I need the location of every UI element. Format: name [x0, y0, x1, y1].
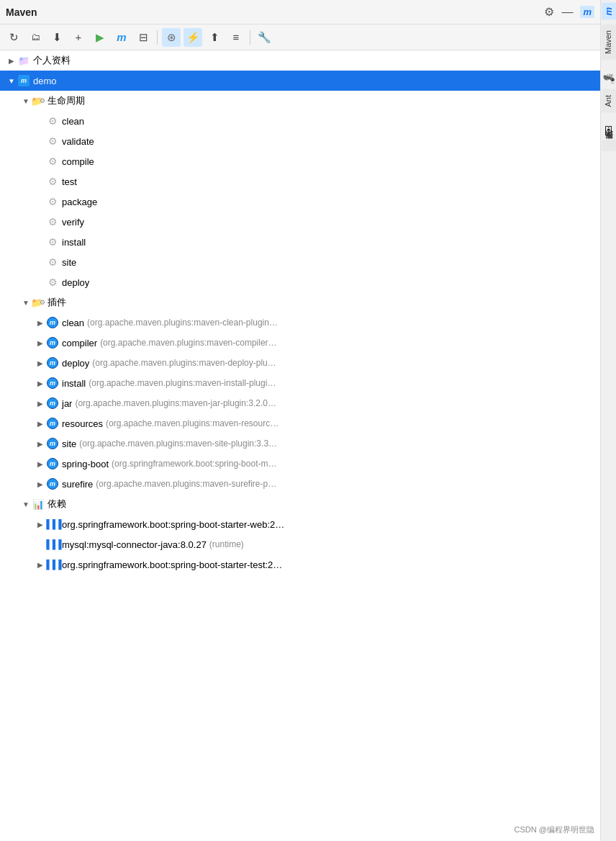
- arrow-personal[interactable]: ▶: [6, 57, 17, 65]
- tree-item-plugin-surefire[interactable]: ▶msurefire(org.apache.maven.plugins:mave…: [0, 474, 600, 494]
- title-bar-actions: ⚙ — m: [544, 5, 594, 19]
- settings-icon[interactable]: ⚙: [544, 5, 554, 19]
- skip-button[interactable]: ≡: [227, 28, 245, 47]
- tree-item-plugin-jar[interactable]: ▶mjar(org.apache.maven.plugins:maven-jar…: [0, 393, 600, 413]
- tree-item-dep-spring-web[interactable]: ▶▐▐▐org.springframework.boot:spring-boot…: [0, 514, 600, 534]
- tree-item-plugin-deploy[interactable]: ▶mdeploy(org.apache.maven.plugins:maven-…: [0, 353, 600, 373]
- tree-item-dep-mysql[interactable]: ▐▐▐mysql:mysql-connector-java:8.0.27(run…: [0, 534, 600, 554]
- desc-plugin-install: (org.apache.maven.plugins:maven-install-…: [89, 378, 276, 388]
- label-plugins-group: 插件: [47, 296, 66, 309]
- desc-plugin-site: (org.apache.maven.plugins:maven-site-plu…: [79, 439, 277, 449]
- icon-plugins-group: 📁⚙: [32, 296, 45, 309]
- arrow-plugin-deploy[interactable]: ▶: [35, 359, 46, 367]
- arrow-plugin-jar[interactable]: ▶: [35, 400, 46, 408]
- icon-deploy: ⚙: [46, 276, 59, 289]
- tree-item-deps-group[interactable]: ▼📊依赖: [0, 494, 600, 514]
- label-dep-spring-web: org.springframework.boot:spring-boot-sta…: [62, 519, 284, 530]
- maven-m-button[interactable]: m: [112, 28, 131, 47]
- tree-item-verify[interactable]: ⚙verify: [0, 212, 600, 232]
- arrow-plugin-resources[interactable]: ▶: [35, 420, 46, 428]
- maven-tree[interactable]: ▶📁个人资料▼mdemo▼📁⚙生命周期⚙clean⚙validate⚙compi…: [0, 50, 600, 841]
- tree-item-dep-spring-test[interactable]: ▶▐▐▐org.springframework.boot:spring-boot…: [0, 554, 600, 575]
- tree-item-test[interactable]: ⚙test: [0, 171, 600, 192]
- add-maven-projects-button[interactable]: 🗂: [26, 28, 45, 47]
- settings-button[interactable]: 🔧: [255, 28, 273, 47]
- tree-item-plugin-clean[interactable]: ▶mclean(org.apache.maven.plugins:maven-c…: [0, 312, 600, 333]
- label-plugin-spring-boot: spring-boot: [62, 459, 109, 469]
- run-button[interactable]: ▶: [91, 28, 109, 47]
- toggle-button[interactable]: ⊟: [134, 28, 153, 47]
- icon-plugin-deploy: m: [46, 356, 59, 369]
- icon-compile: ⚙: [46, 155, 59, 168]
- arrow-deps-group[interactable]: ▼: [20, 500, 32, 508]
- icon-dep-mysql: ▐▐▐: [46, 538, 59, 551]
- auto-reload-button[interactable]: ⊛: [162, 28, 181, 47]
- tree-item-plugin-spring-boot[interactable]: ▶mspring-boot(org.springframework.boot:s…: [0, 454, 600, 474]
- tree-item-clean[interactable]: ⚙clean: [0, 111, 600, 131]
- icon-site: ⚙: [46, 256, 59, 269]
- db-side-icon[interactable]: 🗄: [602, 122, 616, 138]
- icon-plugin-surefire: m: [46, 477, 59, 490]
- icon-demo: m: [17, 74, 30, 87]
- tree-item-plugin-compiler[interactable]: ▶mcompiler(org.apache.maven.plugins:mave…: [0, 333, 600, 353]
- ant-side-tab[interactable]: Ant: [602, 89, 616, 113]
- label-plugin-resources: resources: [62, 418, 103, 429]
- label-plugin-compiler: compiler: [62, 338, 97, 348]
- arrow-plugin-install[interactable]: ▶: [35, 379, 46, 387]
- icon-install: ⚙: [46, 235, 59, 248]
- tree-item-demo[interactable]: ▼mdemo: [0, 71, 600, 91]
- icon-plugin-resources: m: [46, 417, 59, 430]
- arrow-plugin-surefire[interactable]: ▶: [35, 480, 46, 488]
- add-button[interactable]: +: [69, 28, 88, 47]
- tree-item-plugin-install[interactable]: ▶minstall(org.apache.maven.plugins:maven…: [0, 373, 600, 393]
- maven-tab-icon[interactable]: m: [580, 6, 594, 18]
- lightning-button[interactable]: ⚡: [184, 28, 202, 47]
- download-sources-button[interactable]: ⬇: [47, 28, 66, 47]
- desc-plugin-surefire: (org.apache.maven.plugins:maven-surefire…: [96, 479, 276, 489]
- db-side-tab[interactable]: 数据库: [602, 140, 616, 151]
- tree-item-lifecycle-group[interactable]: ▼📁⚙生命周期: [0, 91, 600, 111]
- tree-item-site[interactable]: ⚙site: [0, 252, 600, 272]
- tree-item-package[interactable]: ⚙package: [0, 192, 600, 212]
- tree-item-personal[interactable]: ▶📁个人资料: [0, 50, 600, 71]
- tree-item-plugins-group[interactable]: ▼📁⚙插件: [0, 292, 600, 312]
- label-plugin-install: install: [62, 378, 86, 389]
- icon-personal: 📁: [17, 54, 30, 67]
- label-install: install: [62, 237, 86, 248]
- maven-side-icon[interactable]: m: [602, 3, 616, 20]
- refresh-button[interactable]: ↻: [4, 28, 23, 47]
- arrow-plugins-group[interactable]: ▼: [20, 299, 32, 307]
- arrow-lifecycle-group[interactable]: ▼: [20, 97, 32, 105]
- watermark: CSDN @编程界明世隐: [515, 824, 594, 835]
- minimize-icon[interactable]: —: [561, 6, 573, 19]
- arrow-demo[interactable]: ▼: [6, 77, 17, 85]
- tree-item-install[interactable]: ⚙install: [0, 232, 600, 252]
- arrow-plugin-clean[interactable]: ▶: [35, 319, 46, 327]
- desc-plugin-jar: (org.apache.maven.plugins:maven-jar-plug…: [75, 398, 276, 408]
- lifecycle-button[interactable]: ⬆: [205, 28, 224, 47]
- panel-title: Maven: [6, 6, 37, 18]
- icon-plugin-clean: m: [46, 316, 59, 329]
- arrow-plugin-spring-boot[interactable]: ▶: [35, 460, 46, 468]
- icon-dep-spring-test: ▐▐▐: [46, 558, 59, 571]
- label-test: test: [62, 176, 77, 187]
- icon-package: ⚙: [46, 195, 59, 208]
- label-package: package: [62, 197, 97, 207]
- desc-plugin-compiler: (org.apache.maven.plugins:maven-compiler…: [100, 338, 276, 348]
- maven-side-tab[interactable]: Maven: [602, 24, 616, 60]
- title-bar: Maven ⚙ — m: [0, 0, 600, 24]
- icon-plugin-jar: m: [46, 397, 59, 410]
- icon-plugin-spring-boot: m: [46, 457, 59, 470]
- tree-item-deploy[interactable]: ⚙deploy: [0, 272, 600, 292]
- tree-item-validate[interactable]: ⚙validate: [0, 131, 600, 151]
- icon-dep-spring-web: ▐▐▐: [46, 518, 59, 531]
- ant-side-icon[interactable]: 🐜: [602, 70, 616, 88]
- tree-item-compile[interactable]: ⚙compile: [0, 151, 600, 171]
- icon-verify: ⚙: [46, 215, 59, 228]
- tree-item-plugin-resources[interactable]: ▶mresources(org.apache.maven.plugins:mav…: [0, 413, 600, 433]
- arrow-plugin-site[interactable]: ▶: [35, 440, 46, 448]
- arrow-plugin-compiler[interactable]: ▶: [35, 339, 46, 347]
- label-dep-mysql: mysql:mysql-connector-java:8.0.27: [62, 539, 207, 550]
- tree-item-plugin-site[interactable]: ▶msite(org.apache.maven.plugins:maven-si…: [0, 433, 600, 454]
- toolbar-separator-1: [157, 30, 158, 45]
